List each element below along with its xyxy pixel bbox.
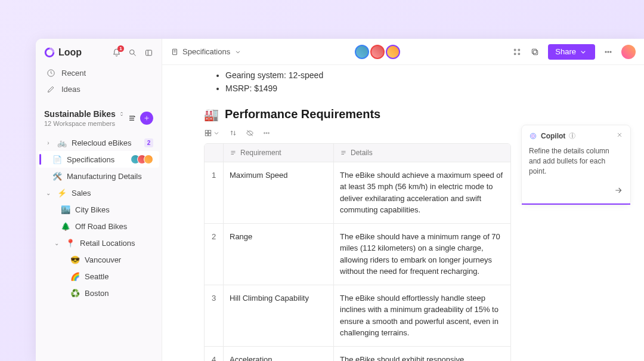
svg-rect-15 [209,130,211,132]
tree-city-bikes[interactable]: 🏙️ City Bikes [38,201,159,218]
svg-point-13 [610,51,611,53]
tree-off-road[interactable]: 🌲 Off Road Bikes [38,218,159,235]
panel-icon [144,48,153,57]
svg-point-6 [518,49,520,51]
bolt-icon: ⚡ [57,188,67,198]
table-row[interactable]: 4AccelerationThe eBike should exhibit re… [205,347,510,361]
svg-rect-14 [205,130,208,132]
page-icon: 📄 [52,155,62,164]
clock-icon [47,69,55,78]
copilot-prompt[interactable]: Refine the details column and add bullet… [522,146,630,182]
tree-manufacturing[interactable]: 🛠️ Manufacturing Details [38,168,159,184]
svg-point-22 [532,134,535,137]
panel-toggle-button[interactable] [144,48,153,57]
workspace-title: Sustainable Bikes [44,109,116,119]
nav-primary: Recent Ideas [36,63,162,103]
tree-specifications-label: Specifications [67,155,126,164]
notifications-button[interactable]: 1 [112,48,121,57]
table-more-button[interactable] [262,129,271,137]
copilot-icon [529,132,537,140]
row-details[interactable]: The eBike should exhibit responsive acce… [334,347,510,361]
svg-rect-16 [205,133,208,135]
row-details[interactable]: The eBike should effortlessly handle ste… [334,285,510,346]
svg-rect-17 [209,133,211,135]
tree-vancouver-label: Vancouver [85,255,153,264]
user-avatar[interactable] [621,45,636,59]
city-icon: 🏙️ [61,205,70,214]
workspace-header: Sustainable Bikes 12 Workspace members [36,103,162,131]
sun-icon: 😎 [70,255,80,264]
presence-avatar [386,45,400,59]
text-icon [340,149,347,156]
tree-seattle-label: Seattle [85,272,153,281]
workspace-menu-button[interactable] [127,113,137,123]
tree-city-bikes-label: City Bikes [75,205,153,214]
svg-point-18 [264,132,265,134]
tree-specifications[interactable]: 📄 Specifications [38,151,159,168]
svg-rect-2 [146,50,152,55]
list-icon [127,113,137,123]
workspace-switcher[interactable]: Sustainable Bikes [44,109,125,119]
nav-ideas[interactable]: Ideas [42,81,156,97]
info-icon[interactable]: i [569,132,575,139]
tree-vancouver[interactable]: 😎 Vancouver [38,251,159,268]
table-row[interactable]: 2RangeThe eBike should have a minimum ra… [205,224,510,285]
table-header-row: Requirement Details [205,144,510,162]
copy-component-button[interactable] [530,47,540,57]
document-content: Gearing system: 12-speed MSRP: $1499 🏭 P… [162,65,644,361]
table-header-requirement[interactable]: Requirement [224,144,334,162]
copilot-close-button[interactable] [616,131,623,140]
main-panel: Specifications Share [162,39,644,361]
row-requirement[interactable]: Range [224,224,334,285]
table-row[interactable]: 1Maximum SpeedThe eBike should achieve a… [205,162,510,224]
page-icon [171,48,179,56]
tree-retail[interactable]: ⌄ 📍 Retail Locations [38,235,159,251]
chevron-down-icon: ⌄ [52,240,61,246]
table-sort-button[interactable] [229,129,237,137]
table-filter-button[interactable] [246,129,254,137]
svg-point-1 [130,50,135,54]
table-row[interactable]: 3Hill Climbing CapabilityThe eBike shoul… [205,285,510,347]
tree-sales[interactable]: ⌄ ⚡ Sales [38,184,159,201]
row-requirement[interactable]: Hill Climbing Capability [224,285,334,346]
row-details[interactable]: The eBike should have a minimum range of… [334,224,510,285]
app-logo[interactable]: Loop [44,47,82,58]
pin-icon: 📍 [66,238,75,248]
nav-recent[interactable]: Recent [42,65,156,81]
more-button[interactable] [603,47,613,57]
tree-relecloud-badge: 2 [144,138,153,147]
chevron-down-icon: ⌄ [44,190,52,196]
svg-point-20 [268,132,270,134]
tree-manufacturing-label: Manufacturing Details [67,172,153,181]
plus-icon [143,115,150,122]
tree-relecloud[interactable]: › 🚲 Relecloud eBikes 2 [38,134,159,151]
share-label: Share [555,47,576,56]
grid-icon [204,129,212,137]
copilot-send-button[interactable] [614,186,623,198]
tree-seattle[interactable]: 🌈 Seattle [38,268,159,285]
breadcrumb[interactable]: Specifications [171,47,242,56]
apps-button[interactable] [512,47,522,57]
row-requirement[interactable]: Maximum Speed [224,162,334,223]
svg-rect-10 [532,49,537,53]
recycle-icon: ♻️ [70,288,80,298]
row-requirement[interactable]: Acceleration [224,347,334,361]
bike-icon: 🚲 [57,138,67,147]
search-button[interactable] [128,48,137,57]
table-view-button[interactable] [204,129,221,137]
add-page-button[interactable] [140,112,153,125]
svg-point-21 [530,133,535,138]
svg-rect-9 [534,50,538,54]
tree-boston[interactable]: ♻️ Boston [38,285,159,301]
tree-retail-label: Retail Locations [80,239,153,248]
row-details[interactable]: The eBike should achieve a maximum speed… [334,162,510,223]
presence-stack[interactable] [355,45,400,59]
chevron-down-icon [212,129,221,137]
spec-bullets: Gearing system: 12-speed MSRP: $1499 [204,69,599,95]
section-title: Performance Requirements [225,107,380,121]
presence-avatar [370,45,385,59]
svg-point-5 [515,49,516,51]
factory-icon: 🏭 [204,107,219,122]
share-button[interactable]: Share [548,44,595,60]
table-header-details[interactable]: Details [334,144,510,162]
